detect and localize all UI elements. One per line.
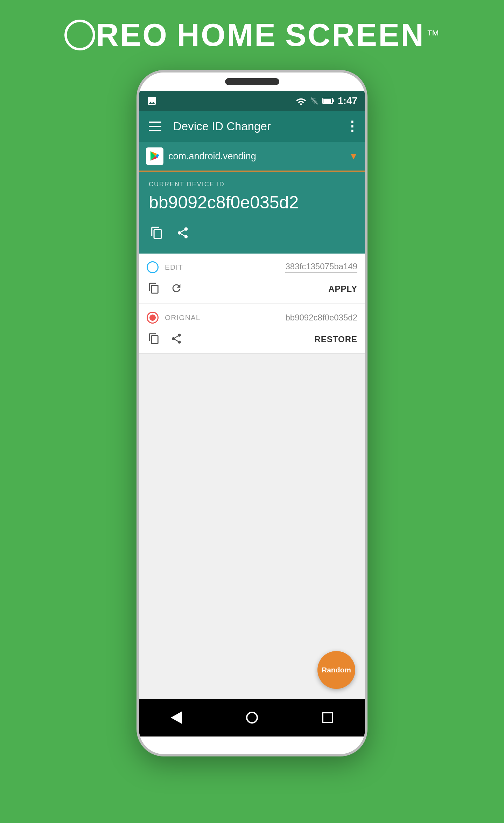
original-action-icons [147,331,184,347]
wifi-icon [296,96,306,105]
copy-edit-id-button[interactable] [147,281,161,297]
random-fab-button[interactable]: Random [317,651,355,689]
apply-button[interactable]: APPLY [328,284,357,294]
copy-current-id-button[interactable] [149,225,165,241]
current-device-section: CURRENT DEVICE ID bb9092c8f0e035d2 [139,172,365,254]
screen-text: SCREEN [285,19,425,51]
share-original-id-button[interactable] [169,331,184,347]
oreo-text-reo: REO [96,19,168,51]
svg-rect-2 [323,99,331,103]
edit-action-icons [147,281,184,297]
phone-speaker [225,78,279,85]
copy-original-id-button[interactable] [147,331,161,347]
photo-icon [147,96,157,106]
phone-bottom-edge [139,736,365,754]
status-bar: 1:47 [139,91,365,111]
edit-card-top-row: EDIT 383fc135075ba149 [147,261,357,273]
phone-shell: 1:47 Device ID Changer ⋮ [136,70,368,756]
app-title: Device ID Changer [173,120,345,133]
status-bar-left [147,96,157,106]
share-current-id-button[interactable] [175,225,191,241]
device-action-buttons [149,225,355,241]
package-selector[interactable]: com.android.vending ▼ [139,142,365,172]
phone-top-edge [139,72,365,91]
current-device-id: bb9092c8f0e035d2 [149,192,355,213]
home-text: HOME [177,19,277,51]
play-store-icon [146,147,163,165]
battery-icon [322,97,334,105]
edit-label: EDIT [165,263,183,271]
app-toolbar: Device ID Changer ⋮ [139,111,365,142]
status-bar-right: 1:47 [296,95,357,106]
content-area: EDIT 383fc135075ba149 [139,254,365,699]
tm-symbol: ™ [426,28,440,42]
refresh-edit-id-button[interactable] [169,281,184,297]
dropdown-arrow-icon: ▼ [349,151,358,162]
more-options-icon[interactable]: ⋮ [345,119,357,134]
edit-value: 383fc135075ba149 [285,262,357,273]
page-header: REO HOME SCREEN ™ [64,19,440,51]
edit-card-bottom-row: APPLY [147,281,357,297]
status-time: 1:47 [338,95,357,106]
edit-card: EDIT 383fc135075ba149 [139,254,365,303]
original-card-top-row: ORIGNAL bb9092c8f0e035d2 [147,312,357,324]
original-value: bb9092c8f0e035d2 [285,313,357,323]
original-radio-button[interactable] [147,312,159,324]
bottom-navigation [139,699,365,736]
original-card-bottom-row: RESTORE [147,331,357,347]
page-background: REO HOME SCREEN ™ [0,0,504,823]
nav-home-button[interactable] [236,708,268,727]
restore-button[interactable]: RESTORE [314,334,357,344]
empty-area [139,354,365,699]
nav-back-button[interactable] [161,708,192,727]
svg-rect-3 [332,99,334,102]
oreo-letter-o [64,20,95,50]
original-label: ORIGNAL [165,313,201,322]
edit-radio-button[interactable] [147,261,159,273]
nav-recents-button[interactable] [312,708,343,727]
hamburger-menu-icon[interactable] [147,119,163,133]
signal-icon [310,96,319,105]
current-device-label: CURRENT DEVICE ID [149,181,355,188]
original-card: ORIGNAL bb9092c8f0e035d2 [139,304,365,354]
package-name-text: com.android.vending [168,151,344,162]
